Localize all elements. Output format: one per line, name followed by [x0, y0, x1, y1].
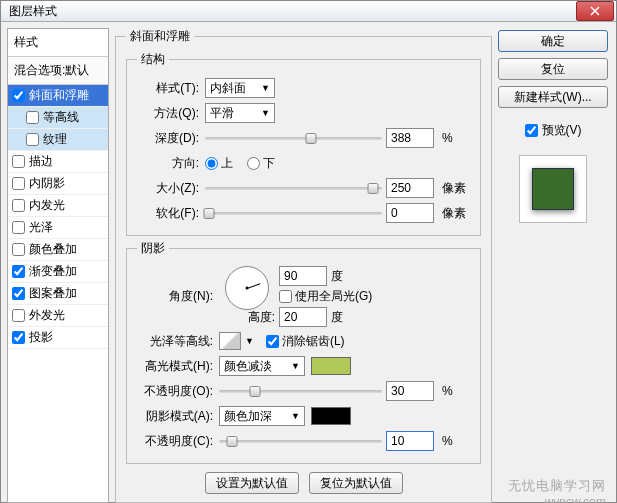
soften-unit: 像素	[442, 205, 470, 222]
style-item[interactable]: 投影	[8, 327, 108, 349]
method-select[interactable]: 平滑▼	[205, 103, 275, 123]
hl-mode-select[interactable]: 颜色减淡▼	[219, 356, 305, 376]
altitude-label: 高度:	[193, 309, 275, 326]
slider-thumb[interactable]	[306, 133, 317, 144]
preview-check[interactable]: 预览(V)	[525, 122, 582, 139]
structure-group: 结构 样式(T): 内斜面▼ 方法(Q): 平滑▼ 深度(D):	[126, 51, 481, 236]
size-label: 大小(Z):	[137, 180, 205, 197]
style-item-label: 图案叠加	[29, 285, 77, 302]
style-item[interactable]: 内发光	[8, 195, 108, 217]
settings-panel: 斜面和浮雕 结构 样式(T): 内斜面▼ 方法(Q): 平滑▼ 深度(D):	[115, 28, 492, 503]
soften-label: 软化(F):	[137, 205, 205, 222]
style-item[interactable]: 外发光	[8, 305, 108, 327]
style-checkbox[interactable]	[12, 155, 25, 168]
chevron-down-icon: ▼	[261, 108, 270, 118]
style-item[interactable]: 纹理	[8, 129, 108, 151]
slider-thumb[interactable]	[368, 183, 379, 194]
style-checkbox[interactable]	[12, 309, 25, 322]
new-style-button[interactable]: 新建样式(W)...	[498, 86, 608, 108]
chevron-down-icon: ▼	[245, 336, 254, 346]
style-item-label: 外发光	[29, 307, 65, 324]
sh-mode-label: 阴影模式(A):	[137, 408, 219, 425]
style-item[interactable]: 斜面和浮雕	[8, 85, 108, 107]
hl-opacity-input[interactable]	[386, 381, 434, 401]
chevron-down-icon: ▼	[261, 83, 270, 93]
hl-opacity-label: 不透明度(O):	[137, 383, 219, 400]
style-checkbox[interactable]	[12, 331, 25, 344]
ok-button[interactable]: 确定	[498, 30, 608, 52]
soften-slider[interactable]	[205, 212, 382, 215]
sh-opacity-slider[interactable]	[219, 440, 382, 443]
antialias-check[interactable]: 消除锯齿(L)	[266, 333, 345, 350]
global-light-check[interactable]: 使用全局光(G)	[279, 288, 372, 305]
altitude-input[interactable]	[279, 307, 327, 327]
depth-input[interactable]	[386, 128, 434, 148]
sh-opacity-unit: %	[442, 434, 470, 448]
preview-thumbnail	[532, 168, 574, 210]
style-item[interactable]: 渐变叠加	[8, 261, 108, 283]
style-label: 样式(T):	[137, 80, 205, 97]
direction-up[interactable]: 上	[205, 155, 233, 172]
angle-input[interactable]	[279, 266, 327, 286]
titlebar: 图层样式	[1, 1, 616, 22]
slider-thumb[interactable]	[249, 386, 260, 397]
structure-title: 结构	[137, 51, 169, 68]
style-item[interactable]: 内阴影	[8, 173, 108, 195]
sh-color-swatch[interactable]	[311, 407, 351, 425]
style-item[interactable]: 光泽	[8, 217, 108, 239]
sh-mode-select[interactable]: 颜色加深▼	[219, 406, 305, 426]
close-button[interactable]	[576, 1, 614, 21]
direction-down[interactable]: 下	[247, 155, 275, 172]
style-checkbox[interactable]	[12, 243, 25, 256]
hl-opacity-slider[interactable]	[219, 390, 382, 393]
styles-header: 样式	[8, 29, 108, 57]
set-default-button[interactable]: 设置为默认值	[205, 472, 299, 494]
gloss-contour-picker[interactable]	[219, 332, 241, 350]
style-checkbox[interactable]	[12, 89, 25, 102]
blend-options-header[interactable]: 混合选项:默认	[8, 57, 108, 85]
reset-button[interactable]: 复位	[498, 58, 608, 80]
slider-thumb[interactable]	[227, 436, 238, 447]
style-item-label: 描边	[29, 153, 53, 170]
size-input[interactable]	[386, 178, 434, 198]
style-item-label: 颜色叠加	[29, 241, 77, 258]
style-item-label: 光泽	[29, 219, 53, 236]
style-checkbox[interactable]	[12, 221, 25, 234]
altitude-unit: 度	[331, 309, 343, 326]
chevron-down-icon: ▼	[291, 411, 300, 421]
style-item-label: 投影	[29, 329, 53, 346]
style-item-label: 斜面和浮雕	[29, 87, 89, 104]
window-title: 图层样式	[9, 3, 57, 20]
style-item[interactable]: 等高线	[8, 107, 108, 129]
slider-thumb[interactable]	[203, 208, 214, 219]
chevron-down-icon: ▼	[291, 361, 300, 371]
style-item[interactable]: 描边	[8, 151, 108, 173]
style-checkbox[interactable]	[12, 287, 25, 300]
direction-radios: 上 下	[205, 155, 275, 172]
preview-box	[519, 155, 587, 223]
panel-title: 斜面和浮雕	[126, 28, 194, 45]
reset-default-button[interactable]: 复位为默认值	[309, 472, 403, 494]
sh-opacity-input[interactable]	[386, 431, 434, 451]
style-select[interactable]: 内斜面▼	[205, 78, 275, 98]
sh-opacity-label: 不透明度(C):	[137, 433, 219, 450]
method-label: 方法(Q):	[137, 105, 205, 122]
hl-color-swatch[interactable]	[311, 357, 351, 375]
style-item-label: 内发光	[29, 197, 65, 214]
style-checkbox[interactable]	[12, 199, 25, 212]
style-checkbox[interactable]	[26, 133, 39, 146]
style-checkbox[interactable]	[26, 111, 39, 124]
size-slider[interactable]	[205, 187, 382, 190]
angle-dial[interactable]	[225, 266, 269, 310]
angle-label: 角度(N):	[137, 288, 219, 305]
style-checkbox[interactable]	[12, 177, 25, 190]
style-item[interactable]: 颜色叠加	[8, 239, 108, 261]
style-item[interactable]: 图案叠加	[8, 283, 108, 305]
soften-input[interactable]	[386, 203, 434, 223]
styles-list: 样式 混合选项:默认 斜面和浮雕等高线纹理描边内阴影内发光光泽颜色叠加渐变叠加图…	[7, 28, 109, 503]
style-item-label: 内阴影	[29, 175, 65, 192]
style-checkbox[interactable]	[12, 265, 25, 278]
depth-slider[interactable]	[205, 137, 382, 140]
style-item-label: 纹理	[43, 131, 67, 148]
action-column: 确定 复位 新建样式(W)... 预览(V)	[498, 28, 608, 503]
